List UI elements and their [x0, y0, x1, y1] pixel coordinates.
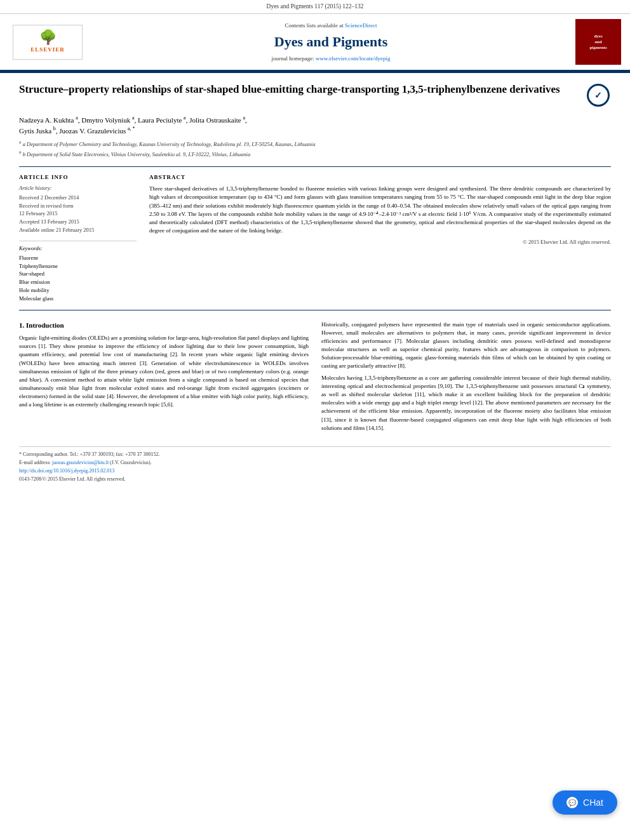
intro-para-2: Historically, conjugated polymers have r… [321, 321, 611, 370]
top-bar: Dyes and Pigments 117 (2015) 122–132 [0, 0, 630, 14]
header-left: 🌳 ELSEVIER [6, 19, 89, 65]
article-content: Structure–property relationships of star… [0, 73, 630, 493]
article-info-heading: ARTICLE INFO [19, 173, 137, 182]
dyes-pigments-image: dyesandpigments [575, 19, 621, 65]
intro-para-3: Molecules having 1,3,5-triphenylbenzene … [321, 374, 611, 432]
science-direct-link[interactable]: ScienceDirect [345, 22, 377, 29]
header-center: Contents lists available at ScienceDirec… [95, 19, 566, 65]
journal-info: Dyes and Pigments 117 (2015) 122–132 [267, 3, 364, 10]
chat-label: CHat [583, 797, 603, 808]
contents-available-label: Contents lists available at [285, 22, 344, 29]
chat-button[interactable]: 💬 CHat [553, 790, 617, 815]
article-info-col: ARTICLE INFO Article history: Received 2… [19, 173, 137, 303]
header-right: dyesandpigments [573, 19, 624, 65]
intro-heading: 1. Introduction [19, 321, 309, 330]
keyword-2: Triphenylbenzene [19, 263, 137, 270]
doi-link[interactable]: http://dx.doi.org/10.1016/j.dyepig.2015.… [19, 468, 114, 474]
elsevier-brand: ELSEVIER [30, 46, 65, 54]
keyword-3: Star-shaped [19, 270, 137, 278]
revised-date: Received in revised form12 February 2015 [19, 203, 137, 218]
article-title: Structure–property relationships of star… [19, 83, 579, 97]
doi-note: http://dx.doi.org/10.1016/j.dyepig.2015.… [19, 467, 611, 474]
affiliation-a: a a Department of Polymer Chemistry and … [19, 140, 611, 149]
crossmark-circle: ✓ [587, 84, 610, 107]
email-link[interactable]: juozas.grazulevicius@ktu.lt [52, 460, 109, 465]
authors-text: Nadzeya A. Kukhta a, Dmytro Volyniuk a, … [19, 116, 247, 124]
info-divider [19, 241, 137, 241]
homepage-url[interactable]: www.elsevier.com/locate/dyepig [316, 55, 390, 62]
science-direct-line: Contents lists available at ScienceDirec… [285, 22, 377, 30]
body-two-col: 1. Introduction Organic light-emitting d… [19, 321, 611, 436]
email-label: E-mail address: [19, 460, 51, 465]
affiliations: a a Department of Polymer Chemistry and … [19, 140, 611, 158]
abstract-paragraph: Three star-shaped derivatives of 1,3,5-t… [149, 185, 611, 234]
authors-text-2: Gytis Juska b, Juozas V. Grazulevicius a… [19, 127, 135, 135]
intro-para-1: Organic light-emitting diodes (OLEDs) ar… [19, 334, 309, 408]
two-col-section: ARTICLE INFO Article history: Received 2… [19, 166, 611, 310]
abstract-text: Three star-shaped derivatives of 1,3,5-t… [149, 185, 611, 234]
footer-area: * Corresponding author. Tel.: +370 37 30… [19, 446, 611, 483]
keywords-section: Keywords: Fluorene Triphenylbenzene Star… [19, 245, 137, 303]
accepted-date: Accepted 13 February 2015 [19, 218, 137, 226]
email-note: E-mail address: juozas.grazulevicius@ktu… [19, 459, 611, 466]
keyword-4: Blue emission [19, 279, 137, 286]
available-date: Available online 21 February 2015 [19, 227, 137, 234]
article-title-section: Structure–property relationships of star… [19, 83, 611, 108]
article-history: Article history: Received 2 December 201… [19, 185, 137, 234]
header: 🌳 ELSEVIER Contents lists available at S… [0, 14, 630, 71]
keywords-title: Keywords: [19, 245, 137, 253]
history-title: Article history: [19, 185, 137, 192]
homepage-label: journal homepage: [272, 55, 314, 62]
keyword-6: Molecular glass [19, 295, 137, 303]
journal-title-header: Dyes and Pigments [274, 32, 387, 52]
crossmark: ✓ [586, 83, 611, 108]
keyword-1: Fluorene [19, 255, 137, 262]
intro-left-text: Organic light-emitting diodes (OLEDs) ar… [19, 334, 309, 408]
page: Dyes and Pigments 117 (2015) 122–132 🌳 E… [0, 0, 630, 840]
email-person: (J.V. Grazulevicius). [110, 460, 152, 465]
abstract-copyright: © 2015 Elsevier Ltd. All rights reserved… [149, 239, 611, 246]
issn-note: 0143-7208/© 2015 Elsevier Ltd. All right… [19, 476, 611, 483]
affiliation-b: b b Department of Solid State Electronic… [19, 150, 611, 159]
tree-icon: 🌳 [39, 30, 57, 44]
abstract-col: ABSTRACT Three star-shaped derivatives o… [149, 173, 611, 303]
keyword-5: Hole mobility [19, 287, 137, 295]
abstract-heading: ABSTRACT [149, 173, 611, 182]
chat-icon: 💬 [566, 797, 578, 808]
journal-homepage: journal homepage: www.elsevier.com/locat… [272, 55, 391, 63]
intro-right-text: Historically, conjugated polymers have r… [321, 321, 611, 432]
corresponding-author-note: * Corresponding author. Tel.: +370 37 30… [19, 451, 611, 458]
body-right: Historically, conjugated polymers have r… [321, 321, 611, 436]
elsevier-logo: 🌳 ELSEVIER [13, 25, 83, 60]
body-left: 1. Introduction Organic light-emitting d… [19, 321, 309, 436]
received-date: Received 2 December 2014 [19, 194, 137, 202]
authors: Nadzeya A. Kukhta a, Dmytro Volyniuk a, … [19, 114, 611, 136]
